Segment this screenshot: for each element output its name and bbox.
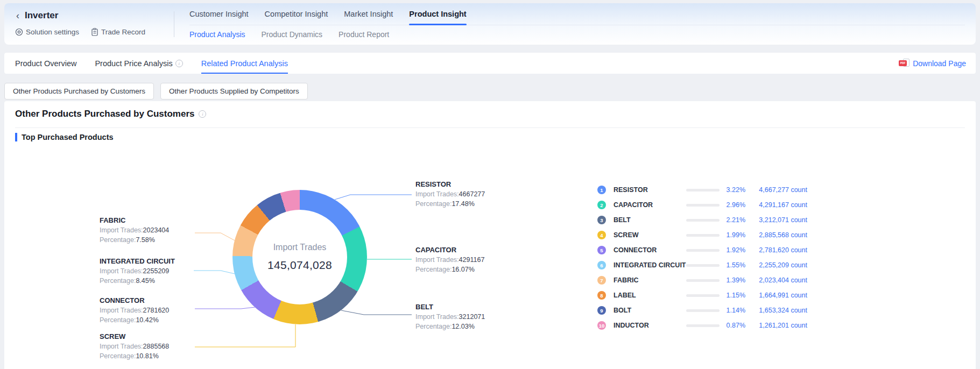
analysis-toolbar-card: Product Overview Product Price Analysis …	[4, 53, 976, 74]
tab-market-insight[interactable]: Market Insight	[344, 3, 393, 25]
top-header-card: ‹ Inverter Solution settings Trade Recor…	[4, 3, 976, 45]
donut-chart[interactable]: Import Trades 145,074,028	[232, 190, 367, 324]
chart-callout: RESISTORImport Trades:4667277Percentage:…	[415, 180, 523, 209]
trade-record-button[interactable]: Trade Record	[91, 28, 145, 36]
pdf-icon: PDF	[899, 59, 910, 68]
chart-callout: CONNECTORImport Trades:2781620Percentage…	[100, 296, 207, 325]
ranking-list: 1RESISTOR3.22%4,667,277 count2CAPACITOR2…	[597, 182, 807, 333]
gear-icon	[15, 28, 23, 36]
rank-product-name: CAPACITOR	[614, 201, 653, 209]
callout-percentage: Percentage:17.48%	[415, 200, 523, 209]
ranking-row: 6INTEGRATED CIRCUIT1.55%2,255,209 count	[597, 258, 807, 273]
rank-product-name: INDUCTOR	[614, 322, 649, 329]
chart-callout: FABRICImport Trades:2023404Percentage:7.…	[100, 216, 207, 245]
callout-product-name: FABRIC	[100, 216, 207, 224]
rank-count: 2,255,209 count	[751, 261, 807, 269]
filter-buttons: Other Products Purchased by Customers Ot…	[4, 83, 308, 100]
rank-share-percent: 1.55%	[705, 261, 745, 269]
tab-competitor-insight[interactable]: Competitor Insight	[265, 3, 328, 25]
rank-share-percent: 1.92%	[705, 246, 745, 254]
rank-product-name: CONNECTOR	[614, 246, 657, 254]
tab-product-overview[interactable]: Product Overview	[15, 53, 76, 74]
rank-badge: 8	[597, 291, 606, 300]
ranking-row: 4SCREW1.99%2,885,568 count	[597, 228, 807, 243]
callout-import-trades: Import Trades:2781620	[100, 306, 207, 316]
rank-badge: 3	[597, 216, 606, 224]
subtab-product-analysis[interactable]: Product Analysis	[189, 30, 245, 39]
callout-product-name: CAPACITOR	[415, 246, 523, 254]
callout-product-name: INTEGRATED CIRCUIT	[100, 257, 207, 265]
rank-share-percent: 2.21%	[705, 216, 745, 224]
callout-percentage: Percentage:16.07%	[415, 265, 523, 275]
main-panel: Other Products Purchased by Customers i …	[4, 101, 976, 369]
rank-product-name: RESISTOR	[614, 186, 648, 194]
callout-product-name: BELT	[415, 303, 523, 311]
rank-product-name: FABRIC	[614, 276, 639, 284]
filter-purchased-by-customers-button[interactable]: Other Products Purchased by Customers	[4, 83, 154, 100]
callout-product-name: SCREW	[100, 332, 207, 340]
rank-count: 1,653,324 count	[751, 307, 807, 314]
rank-count: 4,667,277 count	[751, 186, 807, 194]
ranking-row: 10INDUCTOR0.87%1,261,201 count	[597, 318, 807, 333]
info-icon[interactable]: i	[175, 60, 183, 67]
rank-product-name: BOLT	[614, 307, 631, 314]
rank-count: 2,023,404 count	[751, 276, 807, 284]
ranking-row: 3BELT2.21%3,212,071 count	[597, 212, 807, 228]
rank-count: 3,212,071 count	[751, 216, 807, 224]
callout-import-trades: Import Trades:2023404	[100, 226, 207, 236]
rank-share-percent: 3.22%	[705, 186, 745, 194]
divider	[15, 127, 965, 128]
donut-chart-area: Import Trades 145,074,028 FABRICImport T…	[4, 145, 976, 369]
callout-import-trades: Import Trades:4291167	[415, 256, 523, 265]
rank-count: 4,291,167 count	[751, 201, 807, 209]
chart-callout: BELTImport Trades:3212071Percentage:12.0…	[415, 303, 523, 331]
back-icon[interactable]: ‹	[15, 11, 20, 20]
rank-count: 1,261,201 count	[751, 322, 807, 329]
tab-related-product-analysis[interactable]: Related Product Analysis	[201, 53, 288, 74]
rank-share-percent: 1.99%	[705, 231, 745, 239]
callout-percentage: Percentage:10.81%	[100, 352, 207, 361]
rank-count: 2,885,568 count	[751, 231, 807, 239]
callout-import-trades: Import Trades:3212071	[415, 313, 523, 322]
tab-product-price-analysis[interactable]: Product Price Analysis i	[95, 53, 182, 74]
panel-title: Other Products Purchased by Customers	[15, 109, 194, 119]
callout-product-name: RESISTOR	[415, 180, 523, 188]
chart-callout: SCREWImport Trades:2885568Percentage:10.…	[100, 332, 207, 361]
rank-share-percent: 0.87%	[705, 322, 745, 329]
chart-callout: INTEGRATED CIRCUITImport Trades:2255209P…	[100, 257, 207, 286]
filter-supplied-by-competitors-button[interactable]: Other Products Supplied by Competitors	[160, 83, 308, 100]
subtab-product-dynamics[interactable]: Product Dynamics	[262, 30, 323, 39]
solution-settings-button[interactable]: Solution settings	[15, 28, 79, 36]
rank-badge: 7	[597, 276, 606, 285]
rank-count: 2,781,620 count	[751, 246, 807, 254]
subtab-product-report[interactable]: Product Report	[339, 30, 389, 39]
download-page-button[interactable]: PDF Download Page	[899, 53, 966, 74]
ranking-row: 2CAPACITOR2.96%4,291,167 count	[597, 197, 807, 212]
rank-share-percent: 1.39%	[705, 276, 745, 284]
callout-import-trades: Import Trades:2255209	[100, 267, 207, 276]
callout-percentage: Percentage:10.42%	[100, 316, 207, 325]
rank-product-name: BELT	[614, 216, 631, 224]
info-icon[interactable]: i	[199, 110, 206, 118]
page-title: Inverter	[25, 10, 58, 21]
tab-customer-insight[interactable]: Customer Insight	[189, 3, 249, 25]
product-subtabs: Product Analysis Product Dynamics Produc…	[189, 25, 965, 44]
section-marker	[15, 133, 17, 141]
donut-center: Import Trades 145,074,028	[252, 210, 347, 304]
rank-share-percent: 1.15%	[705, 292, 745, 299]
rank-badge: 2	[597, 201, 606, 209]
callout-product-name: CONNECTOR	[100, 296, 207, 304]
ranking-row: 9BOLT1.14%1,653,324 count	[597, 303, 807, 318]
ranking-row: 1RESISTOR3.22%4,667,277 count	[597, 182, 807, 197]
tab-product-insight[interactable]: Product Insight	[409, 3, 466, 25]
callout-percentage: Percentage:12.03%	[415, 322, 523, 332]
rank-product-name: SCREW	[614, 231, 639, 239]
rank-badge: 6	[597, 261, 606, 269]
callout-import-trades: Import Trades:2885568	[100, 342, 207, 352]
clipboard-icon	[91, 28, 98, 36]
rank-badge: 5	[597, 246, 606, 254]
callout-import-trades: Import Trades:4667277	[415, 190, 523, 200]
callout-percentage: Percentage:7.58%	[100, 236, 207, 245]
rank-badge: 10	[597, 321, 606, 330]
rank-product-name: LABEL	[614, 292, 636, 299]
